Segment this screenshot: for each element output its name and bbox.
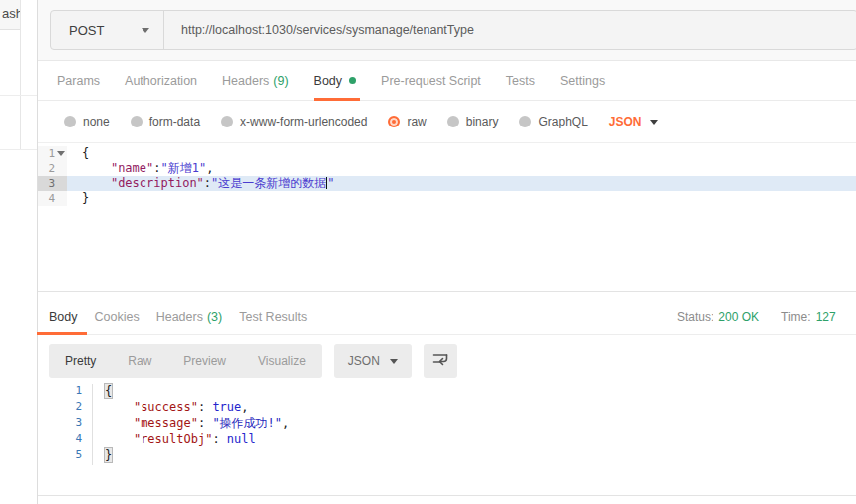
response-tab-cookies[interactable]: Cookies (95, 299, 140, 334)
code-token: null (227, 432, 256, 446)
method-select[interactable]: POST (51, 11, 164, 49)
body-type-row: noneform-datax-www-form-urlencodedrawbin… (38, 101, 856, 142)
wrap-lines-button[interactable] (424, 344, 457, 378)
response-bottom-border (38, 495, 856, 496)
viewer-line: 3 "message": "操作成功!", (38, 415, 856, 431)
code-token: "操作成功!" (212, 416, 282, 430)
tab-label: Authorization (125, 74, 197, 88)
fold-slot (55, 146, 67, 161)
code-token: true (212, 400, 241, 414)
line-gutter: 3 (38, 176, 67, 191)
status-label: Status: (677, 310, 713, 324)
line-content: "name":"新增1", (67, 161, 856, 176)
tab-tests[interactable]: Tests (506, 61, 535, 100)
sidebar-row-divider (0, 95, 37, 96)
view-mode-preview[interactable]: Preview (167, 344, 242, 378)
radio-label: raw (407, 115, 426, 128)
code-token: : (198, 400, 212, 414)
response-language-label: JSON (348, 354, 380, 368)
body-type-x-www-form-urlencoded[interactable]: x-www-form-urlencoded (221, 115, 367, 128)
tab-authorization[interactable]: Authorization (125, 61, 197, 100)
code-token: { (82, 146, 89, 160)
request-tabs: ParamsAuthorizationHeaders(9)BodyPre-req… (38, 61, 856, 101)
radio-label: none (83, 115, 110, 128)
tab-pre-request-script[interactable]: Pre-request Script (381, 61, 481, 100)
request-body-editor[interactable]: 1{2 "name":"新增1",3 "description":"这是一条新增… (38, 142, 856, 292)
response-language-select[interactable]: JSON (334, 344, 412, 378)
radio-icon (131, 116, 143, 127)
url-bar: POST http://localhost:1030/services/sysm… (50, 10, 856, 50)
tab-body[interactable]: Body (314, 61, 357, 100)
time-value: 127 (816, 310, 836, 324)
tab-count-badge: (3) (207, 310, 222, 324)
status-value: 200 OK (718, 310, 759, 324)
response-tab-test-results[interactable]: Test Results (239, 299, 307, 334)
radio-icon (221, 116, 233, 127)
response-body-viewer[interactable]: 1{2 "success": true,3 "message": "操作成功!"… (38, 383, 856, 493)
method-label: POST (69, 23, 104, 38)
tab-headers[interactable]: Headers(9) (222, 61, 289, 100)
code-token: } (82, 191, 89, 205)
url-input[interactable]: http://localhost:1030/services/sysmanage… (164, 11, 856, 49)
tab-count-badge: (9) (273, 74, 288, 88)
text-wrap-icon (432, 352, 448, 370)
tab-label: Tests (506, 74, 535, 88)
tab-label: Body (314, 74, 343, 88)
line-content: "message": "操作成功!", (82, 415, 856, 431)
radio-icon (519, 116, 531, 127)
line-number: 5 (38, 447, 82, 463)
gutter-divider (92, 384, 93, 465)
viewer-line: 4 "resultObj": null (38, 431, 856, 447)
view-mode-pretty[interactable]: Pretty (49, 344, 112, 378)
tab-settings[interactable]: Settings (560, 61, 605, 100)
viewer-line: 2 "success": true, (38, 399, 856, 415)
body-type-form-data[interactable]: form-data (131, 115, 200, 128)
line-content: "description":"这是一条新增的数据" (67, 176, 856, 191)
response-meta: Status:200 OKTime:127 (677, 299, 836, 335)
code-token: "新增1" (161, 161, 207, 175)
tab-label: Headers (156, 310, 203, 324)
line-content: "resultObj": null (82, 431, 856, 447)
response-tabs: BodyCookiesHeaders(3)Test ResultsStatus:… (38, 299, 856, 335)
code-token (82, 161, 111, 175)
response-tab-headers[interactable]: Headers(3) (156, 299, 223, 334)
chevron-down-icon (650, 120, 658, 125)
code-token: } (105, 448, 112, 462)
view-mode-visualize[interactable]: Visualize (242, 344, 322, 378)
radio-label: GraphQL (538, 115, 587, 128)
line-number: 2 (38, 161, 55, 176)
code-token: : (212, 432, 226, 446)
line-number: 2 (38, 399, 82, 415)
line-number: 3 (38, 176, 55, 191)
editor-line: 4} (38, 191, 856, 206)
body-type-binary[interactable]: binary (447, 115, 499, 128)
sidebar-row-divider (0, 149, 37, 150)
body-language-select[interactable]: JSON (609, 115, 658, 128)
fold-caret-icon[interactable] (57, 151, 65, 156)
response-tab-body[interactable]: Body (49, 299, 78, 334)
sidebar-divider (20, 0, 21, 149)
sidebar-trash-item[interactable]: ash (0, 0, 21, 30)
tab-label: Body (49, 310, 78, 324)
request-header: POST http://localhost:1030/services/sysm… (38, 0, 856, 61)
line-number: 1 (38, 383, 82, 399)
line-gutter: 2 (38, 161, 67, 176)
code-token: , (241, 400, 248, 414)
chevron-down-icon (390, 359, 398, 364)
line-content: } (67, 191, 856, 206)
tab-params[interactable]: Params (57, 61, 100, 100)
body-type-raw[interactable]: raw (388, 115, 426, 128)
code-token: "resultObj" (134, 432, 212, 446)
body-filled-dot (349, 77, 356, 84)
line-number: 4 (38, 431, 82, 447)
body-type-none[interactable]: none (64, 115, 110, 128)
body-type-graphql[interactable]: GraphQL (519, 115, 587, 128)
line-content: } (82, 447, 856, 463)
tab-label: Settings (560, 74, 605, 88)
radio-label: x-www-form-urlencoded (240, 115, 367, 128)
fold-slot (55, 191, 67, 206)
line-number: 1 (38, 146, 55, 161)
tab-label: Test Results (239, 310, 307, 324)
view-mode-raw[interactable]: Raw (112, 344, 167, 378)
response-toolbar: PrettyRawPreviewVisualize JSON (38, 344, 856, 378)
